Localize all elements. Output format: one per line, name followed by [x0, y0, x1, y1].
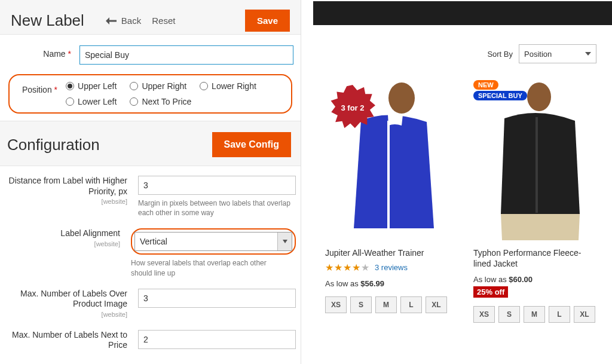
- max-price-labels-input[interactable]: [138, 330, 296, 349]
- product-card: NEW SPECIAL BUY Typhon Performance Fleec…: [473, 79, 599, 323]
- position-option-next-to-price[interactable]: Next To Price: [130, 97, 191, 106]
- alignment-label: Label Alignment: [60, 228, 120, 238]
- radio-label: Next To Price: [142, 97, 191, 106]
- product-name[interactable]: Typhon Performance Fleece-lined Jacket: [473, 247, 599, 269]
- size-option[interactable]: XL: [426, 296, 447, 313]
- radio-icon: [66, 97, 74, 106]
- reset-button[interactable]: Reset: [152, 16, 175, 26]
- rating-stars: ★★★★★: [325, 262, 370, 273]
- alignment-select[interactable]: Vertical: [134, 232, 292, 251]
- arrow-left-icon: [106, 17, 117, 25]
- chevron-down-icon: [585, 51, 591, 57]
- product-image[interactable]: NEW SPECIAL BUY: [473, 79, 599, 240]
- size-option[interactable]: XL: [574, 306, 595, 323]
- chevron-down-icon: [277, 233, 292, 250]
- svg-point-4: [527, 82, 551, 111]
- position-fieldset: Position Upper Left Upper Right: [8, 74, 292, 114]
- back-button[interactable]: Back: [106, 16, 141, 26]
- max-image-labels-input[interactable]: [138, 289, 296, 308]
- svg-rect-5: [536, 117, 538, 213]
- radio-label: Lower Right: [212, 81, 256, 91]
- radio-icon: [130, 97, 138, 106]
- position-option-lower-right[interactable]: Lower Right: [200, 81, 256, 91]
- discount-badge: 25% off: [473, 286, 508, 298]
- svg-point-1: [388, 82, 415, 114]
- size-option[interactable]: L: [549, 306, 570, 323]
- size-swatches: XS S M L XL: [325, 296, 451, 313]
- name-label: Name: [7, 45, 71, 59]
- max-image-labels-label: Max. Number of Labels Over Product Image…: [5, 289, 127, 319]
- alignment-highlight: Vertical: [131, 228, 296, 255]
- distance-label: Distance from Label with Higher Priority…: [5, 176, 127, 206]
- back-label: Back: [121, 16, 141, 26]
- position-option-lower-left[interactable]: Lower Left: [66, 97, 117, 106]
- size-option[interactable]: M: [524, 306, 545, 323]
- radio-icon: [66, 82, 74, 90]
- svg-rect-2: [387, 121, 390, 228]
- size-option[interactable]: S: [350, 296, 372, 313]
- product-image[interactable]: 3 for 2: [325, 79, 451, 240]
- radio-icon: [200, 82, 208, 90]
- product-card: 3 for 2 Jupiter All-Weather Trainer ★★★★…: [325, 79, 451, 323]
- size-option[interactable]: XS: [325, 296, 347, 313]
- configuration-title: Configuration: [7, 136, 100, 154]
- size-option[interactable]: S: [498, 306, 520, 323]
- position-label: Position: [13, 81, 57, 94]
- size-option[interactable]: M: [375, 296, 397, 313]
- size-swatches: XS S M L XL: [473, 306, 599, 323]
- page-title: New Label: [11, 11, 84, 30]
- reviews-link[interactable]: 3 reviews: [375, 263, 408, 272]
- save-config-button[interactable]: Save Config: [212, 132, 291, 157]
- product-price: As low as $60.00: [473, 275, 599, 284]
- special-buy-badge: SPECIAL BUY: [473, 91, 527, 100]
- name-input[interactable]: [79, 45, 293, 65]
- radio-icon: [130, 82, 138, 90]
- radio-label: Lower Left: [78, 97, 117, 106]
- product-illustration: [473, 79, 599, 240]
- max-price-labels-label: Max. Number of Labels Next to Price: [5, 330, 127, 351]
- alignment-help: How several labels that overlap each oth…: [131, 258, 286, 277]
- save-button[interactable]: Save: [245, 10, 290, 32]
- radio-label: Upper Right: [142, 81, 186, 91]
- distance-help: Margin in pixels between two labels that…: [138, 198, 293, 218]
- radio-label: Upper Left: [78, 81, 117, 91]
- position-option-upper-left[interactable]: Upper Left: [66, 81, 117, 91]
- sort-by-select[interactable]: Position: [519, 44, 596, 63]
- sort-by-value: Position: [524, 50, 552, 59]
- alignment-select-value: Vertical: [135, 237, 277, 246]
- size-option[interactable]: XS: [473, 306, 495, 323]
- product-price: As low as $56.99: [325, 279, 451, 288]
- position-option-upper-right[interactable]: Upper Right: [130, 81, 186, 91]
- storefront-header-strip: [313, 1, 612, 25]
- sort-by-label: Sort By: [487, 50, 513, 59]
- product-name[interactable]: Jupiter All-Weather Trainer: [325, 247, 451, 258]
- new-badge: NEW: [473, 80, 498, 90]
- size-option[interactable]: L: [400, 296, 422, 313]
- distance-input[interactable]: [138, 176, 296, 195]
